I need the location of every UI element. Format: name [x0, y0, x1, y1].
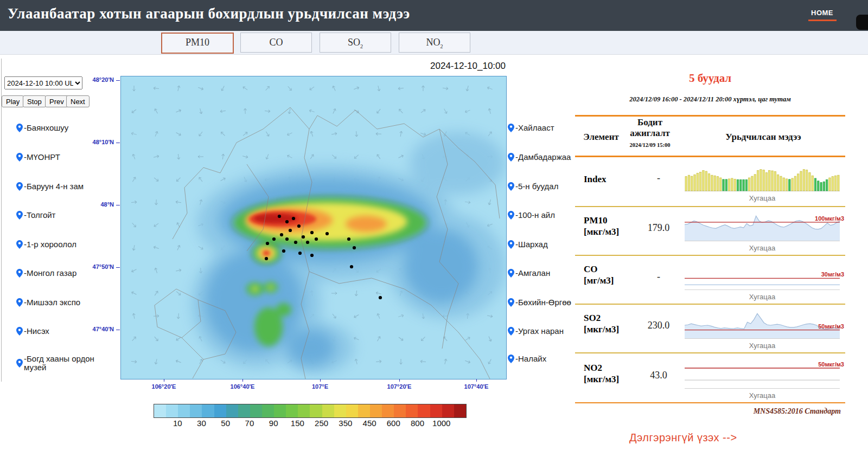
lon-tick-label: 107°20'E	[375, 383, 424, 390]
colorbar-segment	[370, 404, 382, 417]
colorbar-tick-label: 1000	[430, 419, 454, 428]
map-pin-icon	[16, 182, 23, 191]
details-link[interactable]: Дэлгэрэнгүй үзэх -->	[629, 432, 737, 444]
colorbar-segment	[190, 404, 202, 417]
tab-so2[interactable]: SO2	[320, 33, 391, 53]
station-item[interactable]: -Амгалан	[508, 269, 578, 278]
element-name: SO2[мкг/м3]	[584, 312, 619, 335]
edge-button[interactable]	[856, 15, 868, 30]
station-item[interactable]: -Хайлааст	[508, 124, 578, 132]
colorbar-segment	[430, 404, 442, 417]
map-pin-icon	[508, 355, 514, 363]
tab-no2[interactable]: NO2	[399, 33, 470, 53]
station-item[interactable]: -Богд хааны ордон музей	[16, 355, 98, 372]
station-label: -Хайлааст	[515, 124, 554, 132]
observed-value: -	[639, 172, 678, 184]
station-panel-title: 5 буудал	[575, 72, 845, 85]
lat-tick-label: 47°40'N	[80, 326, 114, 332]
lat-tick	[116, 267, 120, 268]
threshold-label: 100мкг/м3	[815, 215, 844, 222]
forecast-range: 2024/12/09 16:00 - 2024/12/11 20:00 хүрт…	[575, 95, 845, 104]
colorbar-tick-label: 800	[406, 419, 430, 428]
element-name: CO[мг/м3]	[584, 263, 614, 286]
colorbar-segment	[310, 404, 322, 417]
station-label: -1-р хороолол	[24, 240, 76, 249]
station-label: -Ургах наран	[515, 327, 564, 336]
index-chart-svg	[685, 163, 840, 194]
colorbar-segment	[214, 404, 226, 417]
lat-tick	[116, 80, 120, 81]
station-item[interactable]: -Бөхийн-Өргөө	[508, 298, 578, 307]
station-item[interactable]: -Шархад	[508, 240, 578, 249]
station-label: -Налайх	[515, 355, 546, 363]
index-forecast-chart	[685, 163, 844, 194]
station-item[interactable]: -Баруун 4-н зам	[16, 182, 98, 191]
next-button[interactable]: Next	[66, 95, 90, 107]
lat-tick-label: 48°20'N	[80, 76, 114, 83]
map-pin-icon	[508, 327, 514, 336]
colorbar-tick-label: 450	[358, 419, 381, 428]
col-element: Элемент	[579, 132, 623, 143]
stop-button[interactable]: Stop	[23, 95, 46, 107]
colorbar-tick-label: 10	[165, 419, 189, 428]
colorbar-segment	[442, 404, 454, 417]
row-divider	[575, 304, 845, 305]
station-item[interactable]: -Монгол газар	[16, 269, 98, 278]
co-forecast-chart: 30мг/м3	[685, 261, 844, 293]
station-item[interactable]: -Ургах наран	[508, 327, 578, 336]
observed-value: -	[639, 271, 678, 282]
lat-tick-label: 47°50'N	[80, 263, 114, 270]
colorbar-segment	[334, 404, 346, 417]
element-name: NO2[мкг/м3]	[584, 362, 619, 385]
station-label: -Монгол газар	[24, 269, 76, 278]
station-item[interactable]: -5-н буудал	[508, 182, 578, 191]
pollutant-tabbar: PM10 CO SO2 NO2	[0, 31, 868, 55]
no2-chart-svg	[685, 360, 840, 391]
station-item[interactable]: -МҮОНРТ	[16, 153, 98, 162]
map-pin-icon	[16, 269, 23, 278]
map-pin-icon	[16, 240, 23, 249]
tab-co[interactable]: CO	[240, 33, 312, 53]
left-divider	[1, 59, 2, 382]
colorbar-segment	[286, 404, 298, 417]
co-chart-svg	[685, 261, 840, 293]
colorbar-segment	[346, 404, 358, 417]
row-divider	[575, 352, 845, 353]
colorbar-segment	[454, 404, 466, 417]
colorbar-segment	[178, 404, 190, 417]
observed-value: 230.0	[639, 320, 678, 331]
station-item[interactable]: -Мишээл экспо	[16, 298, 98, 307]
station-item[interactable]: -1-р хороолол	[16, 240, 98, 249]
row-index: Index - Хугацаа	[575, 158, 845, 206]
map-timestamp: 2024-12-10_10:00	[120, 61, 507, 72]
time-select[interactable]: 2024-12-10 10:00 ULA	[4, 76, 82, 89]
colorbar-segment	[322, 404, 334, 417]
header: Улаанбаатар хотын агаарын бохирдлын урьд…	[0, 0, 868, 31]
play-button[interactable]: Play	[2, 95, 24, 107]
colorbar-segment	[226, 404, 238, 417]
map-pin-icon	[16, 124, 23, 132]
element-name: Index	[584, 173, 607, 185]
col-forecast: Урьдчилсан мэдээ	[685, 132, 842, 143]
lat-tick-label: 48°10'N	[80, 139, 114, 145]
colorbar-tick-label: 50	[214, 419, 238, 428]
map-pin-icon	[508, 269, 514, 278]
tab-pm10[interactable]: PM10	[161, 33, 234, 54]
station-item[interactable]: -Толгойт	[16, 211, 98, 220]
header-rule-top	[575, 115, 845, 117]
colorbar-segment	[154, 404, 166, 417]
home-link[interactable]: HOME	[811, 9, 833, 17]
time-axis-label: Хугацаа	[685, 293, 840, 301]
threshold-label: 30мг/м3	[821, 271, 844, 278]
station-item[interactable]: -100-н айл	[508, 211, 578, 220]
station-label: -Шархад	[515, 240, 548, 249]
map-pin-icon	[508, 153, 514, 162]
station-label: -Мишээл экспо	[24, 298, 80, 307]
station-item[interactable]: -Дамбадаржаа	[508, 153, 578, 162]
station-item[interactable]: -Баянхошуу	[16, 124, 98, 132]
row-no2: NO2[мкг/м3] 43.0 50мкг/м3 Хугацаа	[575, 356, 845, 403]
station-item[interactable]: -Налайх	[508, 355, 578, 363]
row-co: CO[мг/м3] - 30мг/м3 Хугацаа	[575, 257, 845, 305]
colorbar-tick-label: 250	[310, 419, 334, 428]
prev-button[interactable]: Prev	[45, 95, 68, 107]
